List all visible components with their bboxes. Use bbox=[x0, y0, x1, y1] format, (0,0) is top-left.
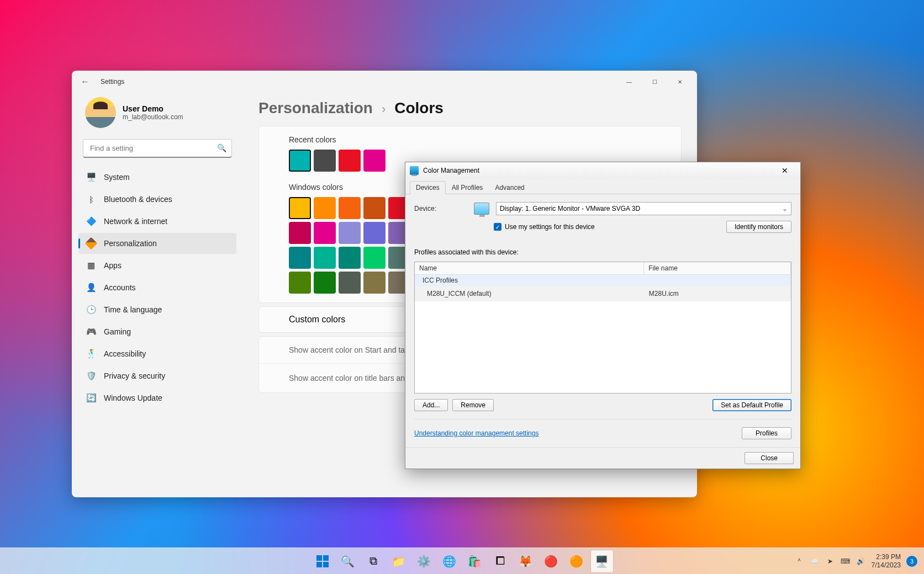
edge-icon[interactable]: 🌐 bbox=[439, 550, 461, 572]
column-name[interactable]: Name bbox=[415, 262, 644, 274]
sidebar-item-label: Bluetooth & devices bbox=[104, 195, 172, 204]
file-explorer-icon[interactable]: 📁 bbox=[388, 550, 410, 572]
sidebar-item-gaming[interactable]: 🎮Gaming bbox=[78, 321, 236, 342]
minimize-button[interactable]: — bbox=[616, 73, 642, 91]
profiles-list: Name File name ICC Profiles M28U_ICCM (d… bbox=[414, 262, 791, 394]
close-button[interactable]: ✕ bbox=[667, 73, 693, 91]
color-swatch[interactable] bbox=[289, 222, 311, 244]
color-swatch[interactable] bbox=[314, 197, 336, 219]
cm-close-button[interactable]: ✕ bbox=[774, 166, 796, 175]
onedrive-icon[interactable]: ☁️ bbox=[810, 557, 820, 565]
sidebar-item-bluetooth-devices[interactable]: ᛒBluetooth & devices bbox=[78, 189, 236, 210]
input-icon[interactable]: ⌨ bbox=[841, 557, 851, 565]
color-swatch[interactable] bbox=[363, 197, 386, 219]
cm-tabs: Devices All Profiles Advanced bbox=[405, 179, 800, 194]
search-box: 🔍 bbox=[83, 139, 232, 158]
add-button[interactable]: Add... bbox=[414, 399, 448, 411]
recent-colors-label: Recent colors bbox=[289, 135, 651, 144]
breadcrumb-parent[interactable]: Personalization bbox=[258, 99, 373, 117]
color-swatch[interactable] bbox=[363, 272, 386, 294]
sidebar-item-personalization[interactable]: Personalization bbox=[78, 233, 236, 254]
chevron-down-icon: ⌄ bbox=[782, 205, 788, 212]
terminal-icon[interactable]: ⧠ bbox=[489, 550, 511, 572]
time-language-icon: 🕒 bbox=[86, 305, 96, 315]
back-button[interactable]: ← bbox=[76, 77, 94, 87]
remove-button[interactable]: Remove bbox=[452, 399, 494, 411]
maximize-button[interactable]: ☐ bbox=[642, 73, 667, 91]
network-internet-icon: 🔷 bbox=[86, 216, 96, 226]
user-email: m_lab@outlook.com bbox=[123, 113, 183, 121]
tray-chevron-icon[interactable]: ＾ bbox=[794, 556, 804, 566]
use-settings-label: Use my settings for this device bbox=[505, 223, 595, 231]
sidebar-item-network-internet[interactable]: 🔷Network & internet bbox=[78, 211, 236, 232]
start-button[interactable] bbox=[311, 550, 334, 572]
tab-advanced[interactable]: Advanced bbox=[489, 181, 530, 194]
profiles-button[interactable]: Profiles bbox=[742, 427, 791, 439]
chrome-icon[interactable]: 🔴 bbox=[540, 550, 562, 572]
search-input[interactable] bbox=[83, 139, 232, 158]
use-settings-checkbox[interactable]: ✓ bbox=[494, 223, 501, 231]
location-icon[interactable]: ➤ bbox=[825, 557, 835, 565]
color-swatch[interactable] bbox=[314, 150, 336, 172]
color-swatch[interactable] bbox=[289, 272, 311, 294]
sidebar-item-time-language[interactable]: 🕒Time & language bbox=[78, 299, 236, 320]
color-swatch[interactable] bbox=[289, 247, 311, 269]
sidebar-item-accounts[interactable]: 👤Accounts bbox=[78, 277, 236, 298]
sidebar-item-privacy-security[interactable]: 🛡️Privacy & security bbox=[78, 365, 236, 386]
sidebar-item-apps[interactable]: ▦Apps bbox=[78, 255, 236, 276]
identify-monitors-button[interactable]: Identify monitors bbox=[726, 221, 791, 233]
color-swatch[interactable] bbox=[339, 150, 361, 172]
device-select[interactable]: Display: 1. Generic Monitor - VMware SVG… bbox=[496, 202, 791, 215]
cm-title: Color Management bbox=[423, 167, 479, 174]
brave-icon[interactable]: 🟠 bbox=[566, 550, 588, 572]
sidebar-item-system[interactable]: 🖥️System bbox=[78, 167, 236, 188]
profiles-label: Profiles associated with this device: bbox=[414, 248, 791, 256]
close-button[interactable]: Close bbox=[745, 452, 794, 464]
windows-update-icon: 🔄 bbox=[86, 393, 96, 403]
color-swatch[interactable] bbox=[339, 222, 361, 244]
notification-badge[interactable]: 3 bbox=[906, 556, 917, 567]
apps-icon: ▦ bbox=[86, 261, 96, 270]
color-swatch[interactable] bbox=[314, 222, 336, 244]
color-swatch[interactable] bbox=[363, 150, 386, 172]
firefox-icon[interactable]: 🦊 bbox=[515, 550, 537, 572]
device-label: Device: bbox=[414, 205, 450, 212]
personalization-icon bbox=[86, 238, 96, 248]
store-icon[interactable]: 🛍️ bbox=[464, 550, 486, 572]
taskbar-search[interactable]: 🔍 bbox=[337, 550, 359, 572]
column-file[interactable]: File name bbox=[644, 262, 791, 274]
color-swatch[interactable] bbox=[363, 247, 386, 269]
color-swatch[interactable] bbox=[339, 197, 361, 219]
color-swatch[interactable] bbox=[314, 272, 336, 294]
sidebar-item-label: Time & language bbox=[104, 305, 162, 314]
sidebar-item-accessibility[interactable]: 🕺Accessibility bbox=[78, 343, 236, 364]
tab-all-profiles[interactable]: All Profiles bbox=[446, 181, 489, 194]
chevron-right-icon: › bbox=[382, 102, 386, 116]
taskbar: 🔍 ⧉ 📁 ⚙️ 🌐 🛍️ ⧠ 🦊 🔴 🟠 🖥️ ＾ ☁️ ➤ ⌨ 🔊 2:39… bbox=[0, 548, 924, 574]
user-block[interactable]: User Demo m_lab@outlook.com bbox=[78, 93, 236, 137]
profile-name: M28U_ICCM (default) bbox=[423, 288, 645, 300]
volume-icon[interactable]: 🔊 bbox=[856, 557, 866, 565]
color-swatch[interactable] bbox=[363, 222, 386, 244]
sidebar-item-windows-update[interactable]: 🔄Windows Update bbox=[78, 387, 236, 408]
color-management-taskbar-icon[interactable]: 🖥️ bbox=[591, 550, 613, 572]
windows-logo-icon bbox=[316, 555, 329, 567]
bluetooth-devices-icon: ᛒ bbox=[86, 194, 96, 204]
avatar bbox=[85, 97, 116, 128]
taskbar-clock[interactable]: 2:39 PM 7/14/2023 bbox=[872, 553, 901, 569]
task-view[interactable]: ⧉ bbox=[362, 550, 384, 572]
color-swatch[interactable] bbox=[289, 197, 311, 219]
set-default-button[interactable]: Set as Default Profile bbox=[712, 399, 791, 411]
color-swatch[interactable] bbox=[289, 150, 311, 172]
list-item[interactable]: M28U_ICCM (default) M28U.icm bbox=[415, 286, 791, 301]
sidebar: User Demo m_lab@outlook.com 🔍 🖥️SystemᛒB… bbox=[72, 93, 243, 497]
sidebar-item-label: Accessibility bbox=[104, 349, 146, 358]
color-swatch[interactable] bbox=[339, 247, 361, 269]
tab-devices[interactable]: Devices bbox=[410, 181, 446, 194]
settings-icon[interactable]: ⚙️ bbox=[413, 550, 435, 572]
help-link[interactable]: Understanding color management settings bbox=[414, 429, 538, 437]
sidebar-item-label: Gaming bbox=[104, 327, 131, 336]
color-swatch[interactable] bbox=[339, 272, 361, 294]
color-swatch[interactable] bbox=[314, 247, 336, 269]
monitor-icon bbox=[410, 166, 419, 175]
